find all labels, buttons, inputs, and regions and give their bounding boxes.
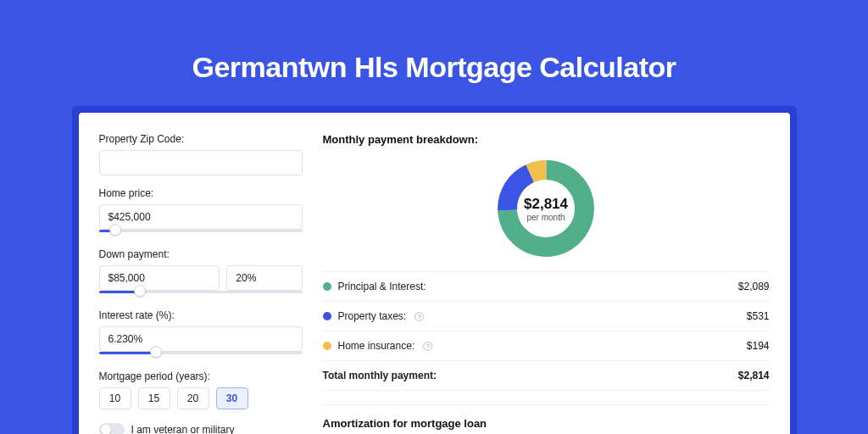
slider-thumb[interactable] xyxy=(109,224,121,236)
legend-row: Property taxes:?$531 xyxy=(323,302,770,331)
legend-label: Home insurance: xyxy=(338,340,415,352)
legend-value: $194 xyxy=(747,340,770,352)
zip-input[interactable] xyxy=(99,150,303,175)
period-button-30[interactable]: 30 xyxy=(216,387,248,409)
period-button-15[interactable]: 15 xyxy=(138,387,170,409)
interest-rate-label: Interest rate (%): xyxy=(99,309,303,321)
donut-chart: $2,814 per month xyxy=(495,158,597,259)
veteran-toggle-row: I am veteran or military xyxy=(99,423,303,434)
down-payment-field: Down payment: xyxy=(99,248,303,298)
legend-dot xyxy=(323,342,331,350)
down-payment-slider[interactable] xyxy=(99,287,303,298)
donut-center-sub: per month xyxy=(526,213,565,222)
down-payment-label: Down payment: xyxy=(99,248,303,260)
legend-row: Home insurance:?$194 xyxy=(323,331,770,361)
home-price-slider[interactable] xyxy=(99,226,303,236)
zip-label: Property Zip Code: xyxy=(99,133,303,145)
legend-dot xyxy=(323,312,331,320)
legend-value: $531 xyxy=(747,310,770,322)
total-label: Total monthly payment: xyxy=(323,370,437,381)
period-button-10[interactable]: 10 xyxy=(99,387,131,409)
amortization-title: Amortization for mortgage loan xyxy=(323,417,770,430)
donut-center-amount: $2,814 xyxy=(524,196,568,213)
slider-thumb[interactable] xyxy=(150,346,162,358)
breakdown-column: Monthly payment breakdown: $2,814 per mo… xyxy=(323,133,770,434)
legend-value: $2,089 xyxy=(738,281,770,292)
veteran-label: I am veteran or military xyxy=(131,424,235,434)
donut-chart-area: $2,814 per month xyxy=(323,153,770,271)
legend-label: Property taxes: xyxy=(338,310,407,322)
legend-dot xyxy=(323,282,331,291)
legend-label: Principal & Interest: xyxy=(338,281,426,292)
zip-field: Property Zip Code: xyxy=(99,133,303,175)
form-column: Property Zip Code: Home price: Down paym… xyxy=(99,133,303,434)
interest-rate-field: Interest rate (%): xyxy=(99,309,303,359)
total-value: $2,814 xyxy=(738,370,770,381)
home-price-field: Home price: xyxy=(99,187,303,236)
slider-thumb[interactable] xyxy=(134,285,146,297)
legend-total-row: Total monthly payment:$2,814 xyxy=(323,361,770,391)
mortgage-period-label: Mortgage period (years): xyxy=(99,370,303,382)
interest-rate-slider[interactable] xyxy=(99,348,303,359)
mortgage-period-field: Mortgage period (years): 10152030 xyxy=(99,370,303,409)
page-title: Germantwn Hls Mortgage Calculator xyxy=(0,0,868,106)
legend-row: Principal & Interest:$2,089 xyxy=(323,272,770,302)
amortization-section: Amortization for mortgage loan Amortizat… xyxy=(323,404,770,434)
info-icon[interactable]: ? xyxy=(415,312,424,321)
breakdown-heading: Monthly payment breakdown: xyxy=(323,133,770,146)
home-price-label: Home price: xyxy=(99,187,303,199)
card-shadow: Property Zip Code: Home price: Down paym… xyxy=(72,106,797,434)
period-button-20[interactable]: 20 xyxy=(177,387,209,409)
legend: Principal & Interest:$2,089Property taxe… xyxy=(323,271,770,391)
calculator-card: Property Zip Code: Home price: Down paym… xyxy=(79,113,790,434)
veteran-toggle[interactable] xyxy=(99,423,125,434)
info-icon[interactable]: ? xyxy=(423,342,432,351)
